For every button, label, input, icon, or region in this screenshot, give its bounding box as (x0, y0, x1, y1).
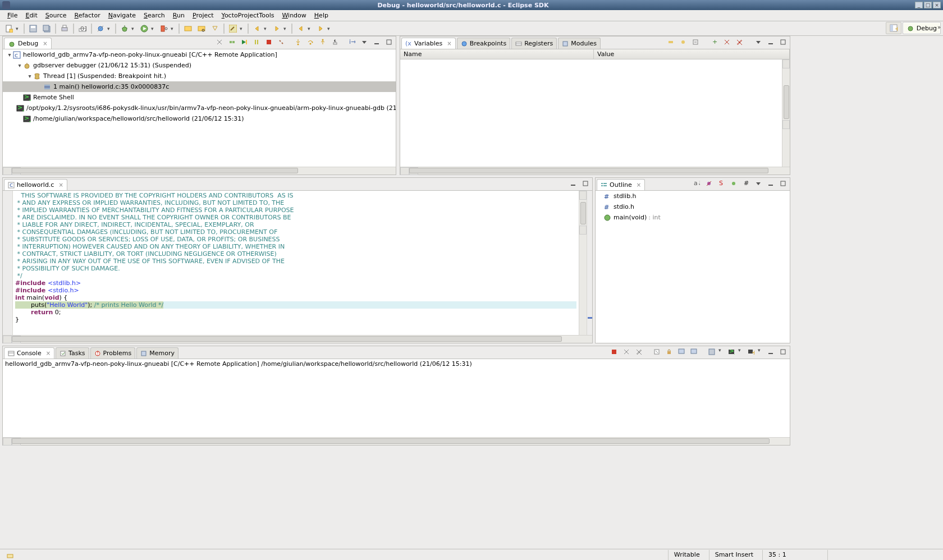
twisty-icon[interactable]: ▾ (6, 52, 13, 58)
step-over-button[interactable] (306, 38, 315, 47)
filter-button[interactable]: # (741, 179, 750, 188)
scrollbar-horizontal[interactable] (3, 167, 396, 175)
menu-help[interactable]: Help (310, 11, 332, 20)
back-button[interactable] (295, 23, 306, 34)
run-button[interactable] (139, 23, 150, 34)
tab-registers[interactable]: Registers (511, 38, 557, 49)
menu-window[interactable]: Window (278, 11, 310, 20)
new-console-button[interactable]: + (747, 347, 756, 356)
menu-navigate[interactable]: Navigate (104, 11, 140, 20)
hide-nonpublic-button[interactable] (729, 179, 738, 188)
min-btn[interactable] (569, 179, 578, 188)
tab-debug[interactable]: Debug × (4, 38, 52, 49)
scrollbar-horizontal[interactable] (3, 437, 790, 445)
column-name[interactable]: Name (400, 49, 594, 59)
close-button[interactable]: × (933, 2, 941, 8)
debug-tree-row[interactable]: >_Remote Shell (3, 92, 396, 103)
remove-button[interactable] (722, 38, 731, 47)
toolbar-expand-icon[interactable]: » (937, 24, 941, 30)
clear-console-button[interactable] (652, 347, 661, 356)
scroll-lock-button[interactable] (665, 347, 674, 356)
column-value[interactable]: Value (594, 49, 790, 59)
scrollbar-vertical[interactable] (579, 191, 587, 335)
debug-tree-row[interactable]: ▾Thread [1] (Suspended: Breakpoint hit.) (3, 71, 396, 81)
step-into-button[interactable] (294, 38, 303, 47)
overview-ruler[interactable] (587, 191, 592, 335)
save-button[interactable] (28, 23, 39, 34)
min-btn[interactable] (766, 347, 775, 356)
terminate-button[interactable] (264, 38, 273, 47)
remove-terminated-button[interactable] (215, 38, 224, 47)
menu-edit[interactable]: Edit (21, 11, 41, 20)
tab-modules[interactable]: Modules (558, 38, 601, 49)
hide-static-button[interactable]: S (717, 179, 726, 188)
add-watch-button[interactable]: + (710, 38, 719, 47)
nav-next-button[interactable] (271, 23, 282, 34)
menu-refactor[interactable]: Refactor (71, 11, 104, 20)
editor-gutter[interactable] (3, 191, 13, 335)
min-btn[interactable] (766, 179, 775, 188)
show-type-button[interactable] (666, 38, 675, 47)
debug-tree-row[interactable]: >_/home/giulian/workspace/helloworld/src… (3, 113, 396, 124)
remove-launch-button[interactable] (622, 347, 631, 356)
debug-button[interactable] (119, 23, 130, 34)
open-element-button[interactable] (209, 23, 221, 34)
open-perspective-button[interactable]: + (886, 22, 901, 34)
search-button[interactable] (196, 23, 207, 34)
view-menu[interactable] (754, 179, 763, 188)
connect-button[interactable] (227, 38, 236, 47)
menu-project[interactable]: Project (189, 11, 218, 20)
highlighter-button[interactable] (227, 23, 239, 34)
min-btn[interactable] (766, 38, 775, 47)
tab-console[interactable]: Console× (4, 347, 54, 359)
nav-previous-button[interactable] (251, 23, 263, 34)
step-return-button[interactable] (318, 38, 327, 47)
menu-file[interactable]: File (3, 11, 21, 20)
close-tab-icon[interactable]: × (447, 40, 451, 47)
editor-area[interactable]: THIS SOFTWARE IS PROVIDED BY THE COPYRIG… (3, 190, 592, 335)
sort-button[interactable]: a↓ (692, 179, 701, 188)
tab-memory[interactable]: Memory (136, 347, 178, 359)
twisty-icon[interactable]: ▾ (26, 73, 33, 79)
remove-all-button[interactable] (735, 38, 744, 47)
external-tools-button[interactable] (158, 23, 170, 34)
tab-file-helloworld[interactable]: c helloworld.c × (4, 179, 67, 190)
menu-run[interactable]: Run (169, 11, 189, 20)
show-logical-button[interactable] (679, 38, 688, 47)
menu-search[interactable]: Search (140, 11, 169, 20)
minimize-view-button[interactable] (372, 38, 381, 47)
tab-breakpoints[interactable]: Breakpoints (457, 38, 511, 49)
perspective-debug[interactable]: Debug (903, 22, 941, 34)
pin-console-button[interactable] (677, 347, 686, 356)
print-button[interactable] (59, 23, 70, 34)
scrollbar-horizontal[interactable] (3, 335, 592, 343)
variables-table[interactable]: Name Value (400, 49, 790, 167)
tab-outline[interactable]: Outline × (597, 179, 645, 190)
debug-tree-row[interactable]: ▾chelloworld_gdb_armv7a-vfp-neon-poky-li… (3, 49, 396, 60)
tab-variables[interactable]: (x)Variables× (401, 38, 456, 49)
new-dropdown[interactable]: ▾ (16, 26, 20, 31)
forward-button[interactable] (315, 23, 326, 34)
display-console-button[interactable] (689, 347, 698, 356)
terminate-console-button[interactable] (610, 347, 619, 356)
close-tab-icon[interactable]: × (637, 182, 641, 188)
build-button[interactable]: 010 (77, 23, 88, 34)
max-btn[interactable] (779, 179, 788, 188)
menu-source[interactable]: Source (42, 11, 71, 20)
drop-to-frame-button[interactable] (331, 38, 340, 47)
debug-tree-row[interactable]: ▾gdbserver debugger (21/06/12 15:31) (Su… (3, 60, 396, 71)
scrollbar-vertical[interactable] (782, 59, 790, 167)
open-type-button[interactable] (182, 23, 194, 34)
twisty-icon[interactable]: ▾ (16, 62, 23, 68)
menu-yoctoprojecttools[interactable]: YoctoProjectTools (218, 11, 278, 20)
close-tab-icon[interactable]: × (58, 182, 63, 188)
open-console-button[interactable]: >_ (727, 347, 736, 356)
view-menu[interactable] (754, 38, 763, 47)
console-output[interactable]: helloworld_gdb_armv7a-vfp-neon-poky-linu… (3, 359, 790, 437)
maximize-view-button[interactable] (384, 38, 393, 47)
outline-row[interactable]: #stdlib.h (596, 191, 790, 201)
skip-breakpoints-button[interactable] (95, 23, 106, 34)
close-tab-icon[interactable]: × (46, 350, 51, 356)
remove-all-launches-button[interactable] (634, 347, 643, 356)
minimize-button[interactable]: _ (915, 2, 923, 8)
